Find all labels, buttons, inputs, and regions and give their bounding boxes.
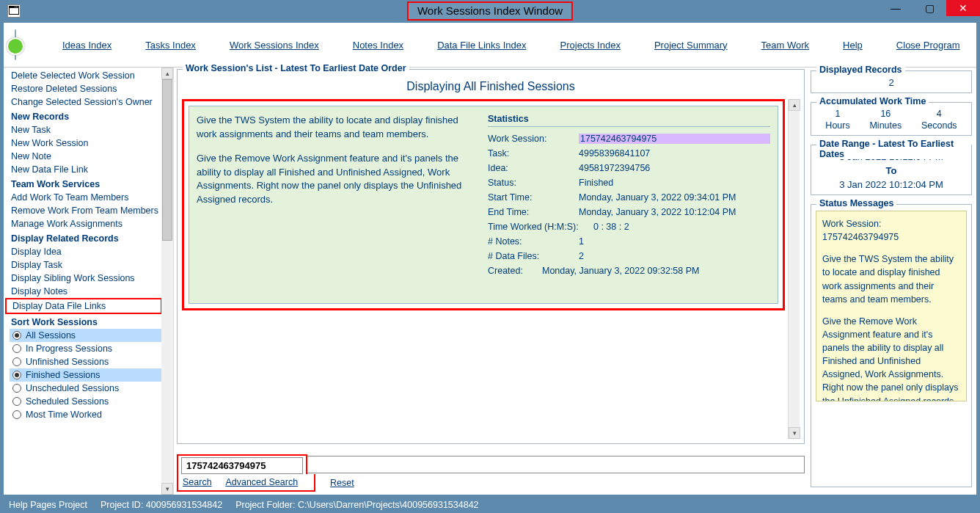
sidebar-display-idea[interactable]: Display Idea	[10, 245, 162, 258]
search-links-box: Search Advanced Search	[177, 474, 315, 492]
sidebar-display-task[interactable]: Display Task	[10, 258, 162, 272]
stat-key: # Data Files:	[488, 251, 576, 261]
sessions-heading: Displaying All Finished Sessions	[182, 77, 800, 99]
group-label: Status Messages	[816, 198, 896, 208]
sessions-group-label: Work Session's List - Latest To Earliest…	[183, 63, 409, 73]
sidebar-restore-sessions[interactable]: Restore Deleted Sessions	[10, 82, 162, 95]
stat-start: Monday, January 3, 2022 09:34:01 PM	[579, 192, 770, 203]
stat-key: Task:	[488, 148, 576, 159]
stat-key: Created:	[488, 266, 539, 276]
sort-label: All Sessions	[26, 330, 76, 341]
scroll-down-icon[interactable]: ▾	[789, 427, 800, 439]
main-panel: Ideas Index Tasks Index Work Sessions In…	[3, 22, 977, 495]
minutes-label: Minutes	[869, 120, 902, 131]
sort-in-progress[interactable]: In Progress Sessions	[10, 342, 162, 355]
seconds-value: 4	[921, 109, 957, 120]
menu-tasks-index[interactable]: Tasks Index	[139, 37, 202, 54]
menu-help[interactable]: Help	[837, 37, 869, 54]
stat-key: Start Time:	[488, 192, 576, 203]
scroll-up-icon[interactable]: ▴	[789, 99, 800, 111]
sort-label: Finished Sessions	[26, 370, 100, 380]
sidebar-head-sort: Sort Work Sessions	[10, 314, 162, 329]
displayed-records-value: 2	[816, 77, 967, 88]
middle-panel: Work Session's List - Latest To Earliest…	[174, 68, 808, 495]
accumulated-time-group: Accumulated Work Time 1Hours 16Minutes 4…	[811, 102, 972, 136]
sort-most-time-worked[interactable]: Most Time Worked	[10, 408, 162, 421]
sort-scheduled[interactable]: Scheduled Sessions	[10, 395, 162, 408]
stats-heading: Statistics	[488, 114, 770, 127]
date-range-group: Date Range - Latest To Earliest Dates 3 …	[811, 145, 972, 195]
statusbar: Help Pages Project Project ID: 400956931…	[0, 497, 980, 513]
sidebar-head-display: Display Related Records	[10, 230, 162, 245]
status-line-0: Work Session: 175742463794975	[822, 217, 960, 244]
advanced-search-button[interactable]: Advanced Search	[225, 477, 298, 487]
sidebar-display-sibling[interactable]: Display Sibling Work Sessions	[10, 272, 162, 285]
close-button[interactable]: ✕	[946, 0, 980, 16]
sidebar-new-data-file-link[interactable]: New Data File Link	[10, 163, 162, 176]
sort-label: Unscheduled Sessions	[26, 383, 119, 393]
menu-ideas-index[interactable]: Ideas Index	[56, 37, 117, 54]
reset-button[interactable]: Reset	[330, 478, 354, 488]
menu-projects-index[interactable]: Projects Index	[555, 37, 626, 54]
stat-work-session-id: 175742463794975	[579, 134, 770, 144]
title-highlight: Work Sessions Index Window	[407, 1, 573, 21]
status-messages-box: Work Session: 175742463794975 Give the T…	[816, 211, 967, 401]
group-label: Displayed Records	[816, 65, 905, 75]
menu-close-program[interactable]: Close Program	[891, 37, 966, 54]
sidebar-scrollbar[interactable]: ▴ ▾	[161, 68, 173, 495]
stat-key: # Notes:	[488, 236, 576, 247]
stat-status: Finished	[579, 178, 770, 188]
minimize-button[interactable]: —	[879, 0, 913, 16]
menu-project-summary[interactable]: Project Summary	[648, 37, 734, 54]
scroll-down-icon[interactable]: ▾	[161, 483, 173, 495]
status-messages-group: Status Messages Work Session: 1757424637…	[811, 204, 972, 487]
seconds-label: Seconds	[921, 120, 957, 131]
sort-all-sessions[interactable]: All Sessions	[10, 329, 162, 342]
sidebar: Delete Selected Work Session Restore Del…	[4, 68, 174, 495]
maximize-button[interactable]: ▢	[913, 0, 946, 16]
sidebar-change-owner[interactable]: Change Selected Session's Owner	[10, 95, 162, 109]
stat-created: Monday, January 3, 2022 09:32:58 PM	[542, 266, 770, 276]
sidebar-manage-assignments[interactable]: Manage Work Assignments	[10, 217, 162, 230]
sidebar-remove-work-team[interactable]: Remove Work From Team Members	[10, 204, 162, 217]
stat-key: Status:	[488, 178, 576, 188]
sessions-group: Work Session's List - Latest To Earliest…	[177, 69, 805, 444]
search-button[interactable]: Search	[183, 477, 212, 487]
sidebar-new-task[interactable]: New Task	[10, 123, 162, 137]
stat-notes: 1	[579, 236, 770, 247]
menu-work-sessions-index[interactable]: Work Sessions Index	[224, 37, 325, 54]
stat-key: Time Worked (H:M:S):	[488, 222, 590, 232]
sort-finished[interactable]: Finished Sessions	[10, 368, 162, 382]
sidebar-new-work-session[interactable]: New Work Session	[10, 137, 162, 150]
stat-idea-id: 49581972394756	[579, 163, 770, 173]
session-card[interactable]: Give the TWS System the ability to locat…	[189, 106, 778, 304]
stat-time-worked: 0 : 38 : 2	[593, 222, 770, 232]
date-range-to: 3 Jan 2022 10:12:04 PM	[816, 179, 967, 190]
sort-unscheduled[interactable]: Unscheduled Sessions	[10, 382, 162, 395]
search-area: Search Advanced Search Reset	[177, 448, 805, 492]
sort-unfinished[interactable]: Unfinished Sessions	[10, 355, 162, 368]
session-list-scrollbar[interactable]: ▴ ▾	[788, 99, 800, 439]
scroll-thumb[interactable]	[162, 79, 172, 241]
right-column: Displayed Records 2 Accumulated Work Tim…	[808, 68, 976, 495]
displayed-records-group: Displayed Records 2	[811, 70, 972, 93]
scroll-up-icon[interactable]: ▴	[161, 68, 173, 79]
sidebar-new-note[interactable]: New Note	[10, 150, 162, 163]
date-range-to-word: To	[816, 162, 967, 179]
menu-data-file-links-index[interactable]: Data File Links Index	[431, 37, 532, 54]
search-input[interactable]	[181, 457, 303, 474]
sidebar-delete-session[interactable]: Delete Selected Work Session	[10, 69, 162, 82]
status-project-id: Project ID: 400956931534842	[100, 500, 222, 510]
menu-team-work[interactable]: Team Work	[756, 37, 816, 54]
sidebar-display-notes[interactable]: Display Notes	[10, 285, 162, 298]
sort-label: Unfinished Sessions	[26, 357, 109, 367]
sidebar-display-data-file-links[interactable]: Display Data File Links	[5, 298, 162, 314]
stat-files: 2	[579, 251, 770, 261]
hours-label: Hours	[825, 120, 849, 131]
sidebar-head-new: New Records	[10, 109, 162, 123]
stat-task-id: 49958396841107	[579, 148, 770, 159]
sidebar-add-work-team[interactable]: Add Work To Team Members	[10, 191, 162, 204]
minutes-value: 16	[869, 109, 902, 120]
menu-notes-index[interactable]: Notes Index	[347, 37, 409, 54]
sort-label: Scheduled Sessions	[26, 396, 109, 407]
